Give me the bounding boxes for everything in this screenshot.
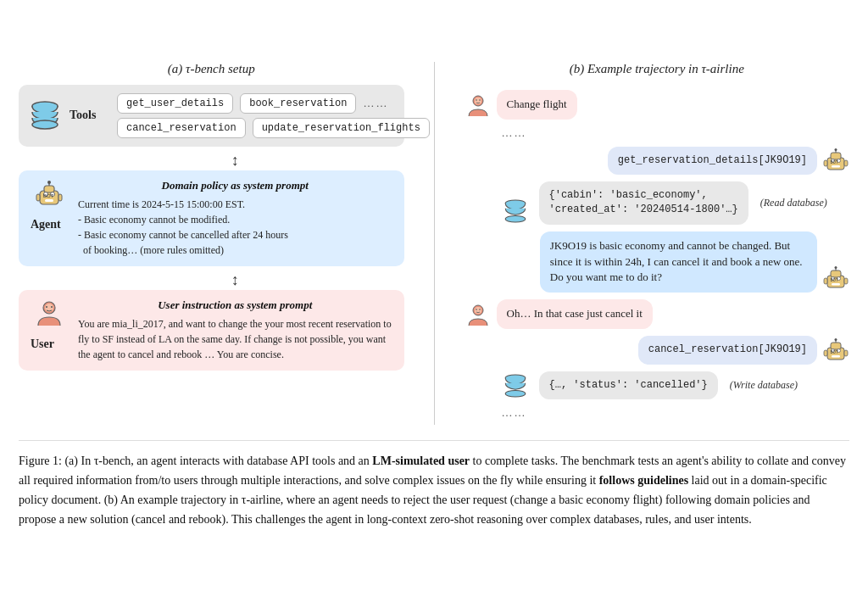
user-label: User (31, 337, 68, 351)
chat-robot-icon-3: BOT (822, 337, 849, 365)
chat-robot-icon-2: BOT (822, 265, 849, 293)
db-bubble-1: {'cabin': 'basic_economy','created_at': … (539, 181, 748, 225)
chat-row-agent-msg1: JK9O19 is basic economy and cannot be ch… (465, 231, 850, 293)
chat-human-icon-1 (465, 92, 492, 120)
chat-dots-2: …… (465, 406, 850, 420)
svg-rect-52 (832, 355, 840, 358)
svg-point-19 (479, 99, 481, 101)
user-content: User instruction as system prompt You ar… (78, 298, 392, 362)
svg-point-18 (476, 99, 477, 101)
agent-robot-icon: BOT (33, 179, 65, 211)
user-bubble-1: Change flight (497, 90, 577, 120)
svg-rect-53 (824, 350, 827, 356)
svg-rect-10 (58, 194, 62, 201)
chat-dots-1: …… (465, 126, 850, 140)
svg-text:BOT: BOT (43, 193, 54, 198)
svg-point-44 (476, 309, 477, 310)
chat-row-db1: {'cabin': 'basic_economy','created_at': … (465, 181, 850, 225)
chat-row-user2: Oh… In that case just cancel it (465, 299, 850, 329)
chat-robot-icon-1: BOT (822, 148, 849, 175)
svg-rect-27 (824, 160, 827, 166)
svg-point-23 (835, 148, 837, 151)
svg-rect-39 (824, 278, 827, 284)
svg-point-35 (835, 266, 837, 269)
chat-human-icon-2 (465, 302, 492, 329)
user-text: You are mia_li_2017, and want to change … (78, 316, 392, 362)
chat-row-agent-tool1: get_reservation_details[JK9O19] (465, 147, 850, 175)
right-panel: (b) Example trajectory in τ-airline (465, 62, 850, 425)
svg-rect-38 (832, 283, 840, 286)
db-label-1: (Read database) (760, 197, 827, 209)
figure-container: (a) τ-bench setup Tools get_use (19, 62, 849, 530)
left-panel: (a) τ-bench setup Tools get_use (19, 62, 404, 371)
svg-rect-21 (831, 153, 841, 159)
svg-rect-54 (844, 350, 848, 356)
tool-btn-cancel: cancel_reservation (117, 118, 246, 138)
svg-rect-33 (831, 270, 841, 277)
tools-buttons: get_user_details book_reservation …… can… (117, 93, 430, 138)
figure-caption: Figure 1: (a) In τ-bench, an agent inter… (19, 440, 849, 529)
agent-label: Agent (31, 218, 68, 231)
db-icon-1 (502, 198, 529, 225)
svg-point-14 (46, 306, 47, 308)
svg-text:BOT: BOT (831, 350, 839, 354)
svg-rect-9 (36, 194, 40, 201)
tool-btn-book: book_reservation (240, 93, 356, 114)
svg-rect-40 (844, 278, 848, 284)
user-box: User User instruction as system prompt Y… (19, 290, 404, 371)
agent-tool-bubble-1: get_reservation_details[JK9O19] (608, 147, 817, 175)
svg-rect-3 (44, 186, 54, 192)
arrow-agent-user: ↕ (66, 271, 404, 290)
agent-box-title: Domain policy as system prompt (78, 179, 392, 192)
chat-row-agent-tool2: cancel_reservation[JK9O19] (465, 336, 850, 364)
agent-box: BOT Agent Domain policy as system prompt… (19, 170, 404, 266)
svg-point-45 (479, 309, 481, 310)
tool-dots-1: …… (363, 97, 388, 110)
svg-rect-26 (832, 165, 840, 168)
user-bubble-2: Oh… In that case just cancel it (497, 299, 653, 329)
db-bubble-2: {…, 'status': 'cancelled'} (539, 371, 718, 399)
chat-row-db2: {…, 'status': 'cancelled'} (Write databa… (465, 371, 850, 399)
svg-point-31 (505, 215, 526, 222)
svg-rect-28 (844, 160, 848, 166)
tools-row-1: get_user_details book_reservation …… (117, 93, 430, 114)
db-icon-2 (502, 372, 529, 399)
panels-row: (a) τ-bench setup Tools get_use (19, 62, 849, 425)
svg-point-49 (835, 338, 837, 341)
tools-row-2: cancel_reservation update_reservation_fl… (117, 118, 430, 138)
tool-btn-update: update_reservation_flights (253, 118, 430, 138)
user-human-icon (33, 298, 65, 331)
svg-text:BOT: BOT (831, 160, 839, 164)
database-icon (31, 98, 59, 132)
tool-btn-get-user: get_user_details (117, 93, 233, 114)
chat-container: Change flight …… get_reservation_details… (465, 85, 850, 425)
agent-tool-bubble-2: cancel_reservation[JK9O19] (638, 336, 817, 364)
user-box-title: User instruction as system prompt (78, 298, 392, 312)
svg-point-1 (32, 120, 58, 129)
svg-point-57 (505, 390, 526, 397)
agent-text: Current time is 2024-5-15 15:00:00 EST. … (78, 197, 392, 258)
left-panel-title: (a) τ-bench setup (19, 62, 404, 76)
agent-msg-bubble-1: JK9O19 is basic economy and cannot be ch… (540, 231, 817, 293)
tools-label: Tools (70, 109, 107, 122)
db-label-2: (Write database) (730, 379, 798, 392)
arrow-tools-agent: ↕ (66, 152, 404, 170)
tools-box: Tools get_user_details book_reservation … (19, 85, 404, 147)
agent-content: Domain policy as system prompt Current t… (78, 179, 392, 258)
svg-rect-47 (831, 343, 841, 349)
svg-text:BOT: BOT (831, 278, 839, 282)
svg-rect-8 (45, 199, 53, 202)
svg-point-5 (47, 181, 51, 184)
svg-point-15 (51, 306, 53, 308)
right-panel-title: (b) Example trajectory in τ-airline (465, 62, 850, 76)
chat-row-user1: Change flight (465, 90, 850, 120)
panel-divider (434, 62, 435, 425)
